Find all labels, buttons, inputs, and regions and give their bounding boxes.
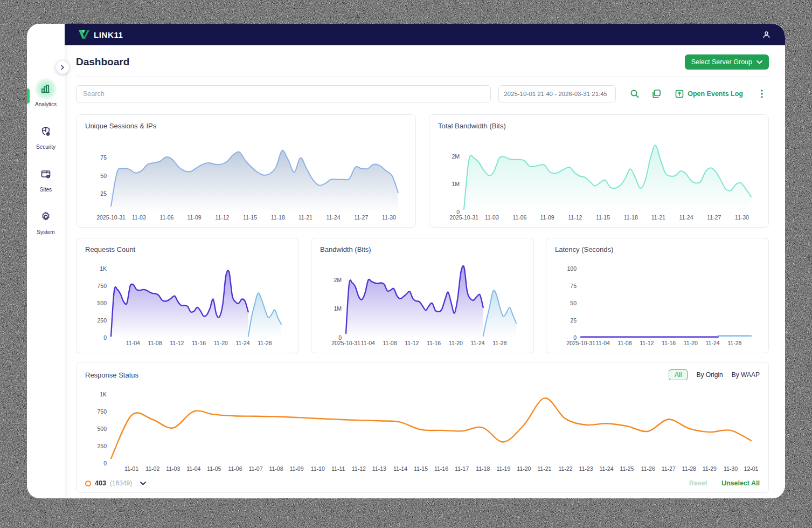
card-total-bandwidth: Total Bandwidth (Bits) 01M2M2025-10-3111… bbox=[429, 114, 769, 228]
open-events-log-button[interactable]: Open Events Log bbox=[675, 90, 743, 98]
svg-text:50: 50 bbox=[570, 300, 577, 306]
app-window: Analytics Security Sites bbox=[27, 24, 785, 498]
svg-text:11-08: 11-08 bbox=[269, 465, 283, 472]
chart-title: Unique Sessions & IPs bbox=[85, 122, 407, 130]
user-account-icon[interactable] bbox=[762, 30, 771, 39]
sidebar-expand-button[interactable] bbox=[56, 61, 69, 74]
svg-text:11-28: 11-28 bbox=[258, 340, 272, 346]
svg-text:11-16: 11-16 bbox=[192, 340, 206, 346]
chart-title: Bandwidth (Bits) bbox=[320, 245, 525, 253]
legend-status-403[interactable]: 403 (16349) bbox=[85, 479, 146, 487]
chevron-down-icon[interactable] bbox=[140, 482, 146, 485]
total-bandwidth-chart[interactable]: 01M2M2025-10-3111-0311-0611-0911-1211-15… bbox=[438, 134, 760, 222]
chevron-down-icon bbox=[757, 60, 762, 64]
svg-text:11-08: 11-08 bbox=[148, 340, 162, 346]
svg-text:11-30: 11-30 bbox=[724, 465, 738, 472]
tab-by-waap[interactable]: By WAAP bbox=[732, 371, 760, 379]
svg-text:0: 0 bbox=[103, 334, 107, 341]
svg-text:11-29: 11-29 bbox=[703, 465, 717, 472]
link11-logo-mark bbox=[78, 30, 90, 39]
svg-text:11-16: 11-16 bbox=[434, 465, 448, 472]
card-bandwidth: Bandwidth (Bits) 01M2M2025-10-3111-0411-… bbox=[311, 238, 534, 353]
svg-text:11-09: 11-09 bbox=[540, 214, 554, 221]
open-events-log-label: Open Events Log bbox=[688, 90, 743, 98]
chart-title: Response Status bbox=[85, 371, 138, 379]
svg-text:11-18: 11-18 bbox=[271, 214, 285, 221]
svg-text:11-06: 11-06 bbox=[228, 465, 242, 472]
main-area: LINK11 Dashboard Select Server Group bbox=[65, 24, 785, 498]
svg-text:11-15: 11-15 bbox=[243, 214, 257, 221]
copy-icon bbox=[651, 89, 661, 99]
svg-text:11-16: 11-16 bbox=[427, 340, 441, 346]
date-range-picker[interactable]: 2025-10-01 21:40 - 2026-03-31 21:45 bbox=[498, 85, 616, 102]
tab-by-origin[interactable]: By Origin bbox=[696, 371, 723, 379]
svg-text:11-27: 11-27 bbox=[707, 214, 721, 221]
svg-text:11-27: 11-27 bbox=[354, 214, 368, 221]
svg-text:250: 250 bbox=[97, 317, 107, 324]
svg-text:11-04: 11-04 bbox=[126, 340, 140, 346]
sidebar-item-sites[interactable]: Sites bbox=[27, 163, 65, 193]
svg-text:11-12: 11-12 bbox=[352, 465, 366, 472]
svg-text:11-04: 11-04 bbox=[596, 340, 610, 346]
svg-text:25: 25 bbox=[570, 317, 577, 324]
unselect-all-button[interactable]: Unselect All bbox=[721, 479, 760, 487]
svg-text:11-06: 11-06 bbox=[159, 214, 173, 221]
more-options-button[interactable] bbox=[755, 87, 769, 101]
svg-text:11-24: 11-24 bbox=[679, 214, 693, 221]
svg-text:750: 750 bbox=[97, 408, 107, 415]
svg-text:11-20: 11-20 bbox=[214, 340, 228, 346]
run-search-button[interactable] bbox=[628, 87, 642, 101]
svg-text:2M: 2M bbox=[452, 153, 460, 160]
svg-text:11-22: 11-22 bbox=[558, 465, 572, 472]
svg-text:11-19: 11-19 bbox=[496, 465, 510, 472]
sidebar-item-security[interactable]: Security bbox=[27, 120, 65, 150]
toolbar: 2025-10-01 21:40 - 2026-03-31 21:45 bbox=[76, 85, 769, 102]
svg-text:11-20: 11-20 bbox=[449, 340, 463, 346]
card-response-status: Response Status All By Origin By WAAP 02… bbox=[76, 362, 769, 493]
gear-icon bbox=[34, 205, 57, 228]
svg-text:11-12: 11-12 bbox=[640, 340, 654, 346]
sidebar-item-label: Security bbox=[36, 144, 55, 150]
select-server-group-button[interactable]: Select Server Group bbox=[685, 54, 769, 70]
unique-sessions-chart[interactable]: 2550752025-10-3111-0311-0611-0911-1211-1… bbox=[85, 134, 407, 222]
legend-ring-icon bbox=[85, 481, 91, 486]
response-status-chart[interactable]: 02505007501K11-0111-0211-0311-0411-0511-… bbox=[85, 382, 760, 473]
svg-text:50: 50 bbox=[100, 173, 107, 179]
svg-text:11-28: 11-28 bbox=[682, 465, 696, 472]
svg-text:11-09: 11-09 bbox=[289, 465, 303, 472]
sidebar-item-analytics[interactable]: Analytics bbox=[27, 78, 65, 107]
chevron-right-icon bbox=[60, 65, 65, 70]
active-nav-indicator bbox=[27, 88, 30, 104]
svg-text:250: 250 bbox=[97, 443, 107, 449]
requests-count-chart[interactable]: 02505007501K11-0411-0811-1211-1611-2011-… bbox=[85, 257, 290, 347]
tab-all[interactable]: All bbox=[669, 369, 688, 380]
latency-chart[interactable]: 02550751002025-10-3111-0411-0811-1211-16… bbox=[555, 257, 760, 347]
svg-text:1M: 1M bbox=[452, 181, 460, 187]
reset-button[interactable]: Reset bbox=[689, 479, 707, 487]
svg-text:11-03: 11-03 bbox=[166, 465, 180, 472]
svg-text:500: 500 bbox=[97, 426, 107, 432]
svg-text:11-21: 11-21 bbox=[299, 214, 313, 221]
card-requests-count: Requests Count 02505007501K11-0411-0811-… bbox=[76, 238, 299, 353]
svg-text:11-09: 11-09 bbox=[188, 214, 202, 221]
analytics-bar-chart-icon bbox=[34, 78, 57, 100]
chart-title: Requests Count bbox=[85, 245, 290, 253]
svg-text:11-24: 11-24 bbox=[471, 340, 485, 346]
svg-text:1K: 1K bbox=[100, 265, 107, 272]
svg-text:1M: 1M bbox=[334, 305, 342, 312]
copy-view-button[interactable] bbox=[649, 87, 663, 101]
svg-text:11-04: 11-04 bbox=[186, 465, 200, 472]
select-server-group-label: Select Server Group bbox=[691, 58, 752, 66]
svg-text:12-01: 12-01 bbox=[744, 465, 759, 472]
bandwidth-chart[interactable]: 01M2M2025-10-3111-0411-0811-1211-1611-20… bbox=[320, 257, 525, 347]
svg-text:11-01: 11-01 bbox=[124, 465, 138, 472]
svg-text:11-11: 11-11 bbox=[331, 465, 345, 472]
sidebar-item-label: Sites bbox=[40, 187, 52, 193]
sidebar-item-system[interactable]: System bbox=[27, 205, 65, 235]
logo-text: LINK11 bbox=[94, 30, 123, 39]
search-input[interactable] bbox=[76, 85, 491, 102]
sidebar-item-label: Analytics bbox=[35, 101, 57, 107]
svg-text:11-08: 11-08 bbox=[617, 340, 631, 346]
legend-code: 403 bbox=[95, 479, 106, 487]
svg-text:11-15: 11-15 bbox=[596, 214, 610, 221]
